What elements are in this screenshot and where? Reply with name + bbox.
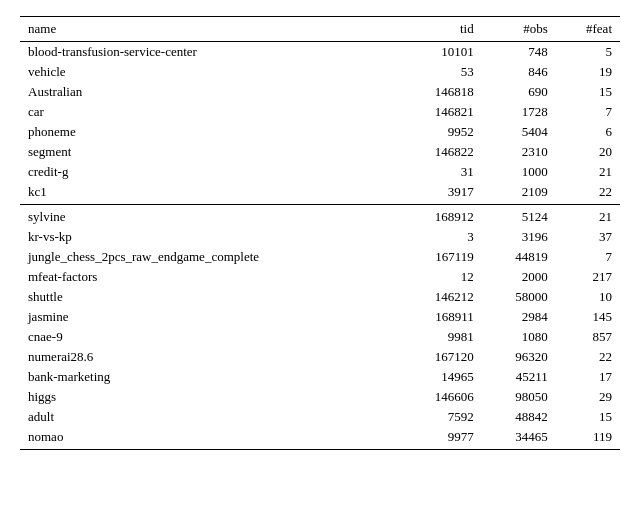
cell-tid: 12 <box>398 267 482 287</box>
table-row: cnae-999811080857 <box>20 327 620 347</box>
cell-obs: 45211 <box>482 367 556 387</box>
table-row: kr-vs-kp3319637 <box>20 227 620 247</box>
cell-feat: 7 <box>556 102 620 122</box>
cell-feat: 37 <box>556 227 620 247</box>
cell-feat: 7 <box>556 247 620 267</box>
cell-tid: 146821 <box>398 102 482 122</box>
cell-name: sylvine <box>20 205 398 228</box>
cell-feat: 857 <box>556 327 620 347</box>
table-header-row: name tid #obs #feat <box>20 17 620 42</box>
cell-name: shuttle <box>20 287 398 307</box>
col-obs: #obs <box>482 17 556 42</box>
cell-name: nomao <box>20 427 398 450</box>
cell-feat: 217 <box>556 267 620 287</box>
cell-feat: 17 <box>556 367 620 387</box>
cell-obs: 96320 <box>482 347 556 367</box>
cell-obs: 58000 <box>482 287 556 307</box>
table-row: phoneme995254046 <box>20 122 620 142</box>
cell-name: vehicle <box>20 62 398 82</box>
cell-obs: 2310 <box>482 142 556 162</box>
cell-tid: 3 <box>398 227 482 247</box>
cell-feat: 22 <box>556 347 620 367</box>
cell-feat: 145 <box>556 307 620 327</box>
cell-obs: 44819 <box>482 247 556 267</box>
table-row: jasmine1689112984145 <box>20 307 620 327</box>
data-table: name tid #obs #feat blood-transfusion-se… <box>20 16 620 450</box>
cell-tid: 168912 <box>398 205 482 228</box>
cell-name: kr-vs-kp <box>20 227 398 247</box>
cell-feat: 29 <box>556 387 620 407</box>
cell-feat: 6 <box>556 122 620 142</box>
cell-tid: 14965 <box>398 367 482 387</box>
col-feat: #feat <box>556 17 620 42</box>
cell-obs: 2984 <box>482 307 556 327</box>
cell-name: segment <box>20 142 398 162</box>
table-row: car14682117287 <box>20 102 620 122</box>
cell-name: adult <box>20 407 398 427</box>
cell-name: mfeat-factors <box>20 267 398 287</box>
cell-obs: 98050 <box>482 387 556 407</box>
table-row: kc13917210922 <box>20 182 620 205</box>
cell-feat: 10 <box>556 287 620 307</box>
cell-obs: 2000 <box>482 267 556 287</box>
cell-obs: 5124 <box>482 205 556 228</box>
cell-feat: 15 <box>556 407 620 427</box>
cell-feat: 22 <box>556 182 620 205</box>
cell-name: car <box>20 102 398 122</box>
cell-name: phoneme <box>20 122 398 142</box>
cell-name: bank-marketing <box>20 367 398 387</box>
table-row: mfeat-factors122000217 <box>20 267 620 287</box>
cell-obs: 748 <box>482 42 556 63</box>
cell-tid: 168911 <box>398 307 482 327</box>
table-row: numerai28.61671209632022 <box>20 347 620 367</box>
cell-name: jasmine <box>20 307 398 327</box>
cell-tid: 3917 <box>398 182 482 205</box>
cell-feat: 21 <box>556 162 620 182</box>
cell-tid: 146212 <box>398 287 482 307</box>
cell-tid: 10101 <box>398 42 482 63</box>
table-row: jungle_chess_2pcs_raw_endgame_complete16… <box>20 247 620 267</box>
table-row: adult75924884215 <box>20 407 620 427</box>
cell-obs: 5404 <box>482 122 556 142</box>
col-name: name <box>20 17 398 42</box>
cell-tid: 9981 <box>398 327 482 347</box>
cell-obs: 1728 <box>482 102 556 122</box>
cell-name: credit-g <box>20 162 398 182</box>
cell-obs: 34465 <box>482 427 556 450</box>
cell-name: Australian <box>20 82 398 102</box>
cell-feat: 15 <box>556 82 620 102</box>
cell-tid: 9952 <box>398 122 482 142</box>
table-row: blood-transfusion-service-center10101748… <box>20 42 620 63</box>
cell-obs: 3196 <box>482 227 556 247</box>
cell-name: higgs <box>20 387 398 407</box>
cell-feat: 19 <box>556 62 620 82</box>
cell-feat: 20 <box>556 142 620 162</box>
table-row: vehicle5384619 <box>20 62 620 82</box>
table-row: sylvine168912512421 <box>20 205 620 228</box>
cell-feat: 21 <box>556 205 620 228</box>
cell-obs: 48842 <box>482 407 556 427</box>
table-row: bank-marketing149654521117 <box>20 367 620 387</box>
cell-tid: 53 <box>398 62 482 82</box>
cell-tid: 7592 <box>398 407 482 427</box>
cell-name: jungle_chess_2pcs_raw_endgame_complete <box>20 247 398 267</box>
cell-obs: 846 <box>482 62 556 82</box>
cell-tid: 146818 <box>398 82 482 102</box>
cell-name: blood-transfusion-service-center <box>20 42 398 63</box>
cell-tid: 146822 <box>398 142 482 162</box>
cell-name: numerai28.6 <box>20 347 398 367</box>
table-row: credit-g31100021 <box>20 162 620 182</box>
cell-obs: 690 <box>482 82 556 102</box>
cell-obs: 1000 <box>482 162 556 182</box>
table-row: segment146822231020 <box>20 142 620 162</box>
cell-feat: 119 <box>556 427 620 450</box>
cell-tid: 9977 <box>398 427 482 450</box>
cell-name: cnae-9 <box>20 327 398 347</box>
col-tid: tid <box>398 17 482 42</box>
cell-tid: 31 <box>398 162 482 182</box>
cell-obs: 2109 <box>482 182 556 205</box>
cell-feat: 5 <box>556 42 620 63</box>
table-row: Australian14681869015 <box>20 82 620 102</box>
table-row: nomao997734465119 <box>20 427 620 450</box>
cell-tid: 146606 <box>398 387 482 407</box>
